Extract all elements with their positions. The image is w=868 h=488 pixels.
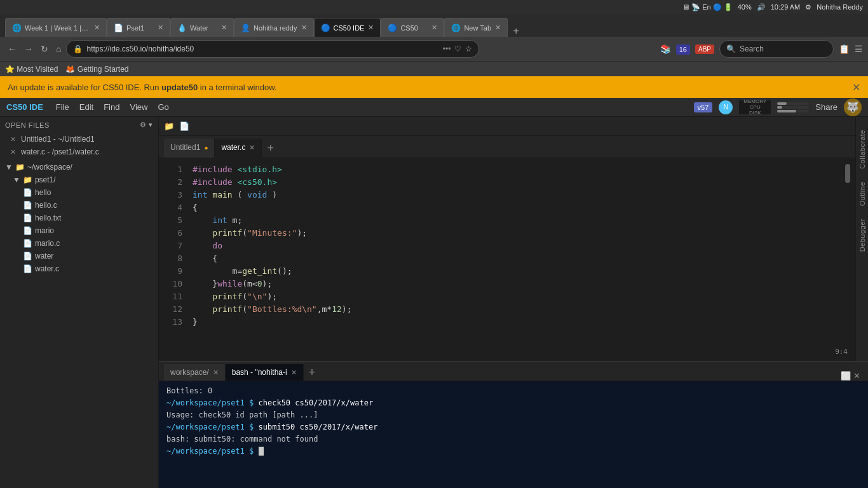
menu-view[interactable]: View: [130, 102, 147, 112]
bookmark-icon[interactable]: ♡: [454, 44, 461, 53]
editor-tab-waterc[interactable]: water.c ✕: [215, 139, 262, 158]
menu-find[interactable]: Find: [104, 102, 119, 112]
tree-item-pset1[interactable]: ▼ 📁 pset1/: [0, 173, 158, 186]
username: Nohitha Reddy: [817, 3, 863, 11]
ide-container: CS50 IDE File Edit Find View Go v57 N ME…: [0, 98, 868, 488]
nav-right-section: 📚 16 ABP 🔍 Search 📋 ☰: [660, 40, 863, 58]
right-edge-tabs: Collaborate Outline Debugger: [855, 117, 868, 361]
tree-item-workspace[interactable]: ▼ 📁 ~/workspace/: [0, 161, 158, 173]
battery-status: 40%: [738, 3, 752, 11]
tab7-title: New Tab: [464, 24, 491, 32]
home-button[interactable]: ⌂: [53, 41, 64, 57]
tree-item-waterc[interactable]: 📄 water.c: [0, 262, 158, 275]
editor-with-sidebar: 📁 📄 Untitled1 ● water.c ✕ +: [159, 117, 868, 361]
update-notification-bar: An update is available for CS50 IDE. Run…: [0, 76, 868, 98]
tree-item-helloc[interactable]: 📄 hello.c: [0, 199, 158, 212]
terminal-container: workspace/ ✕ bash - "nohitha-i ✕ + ⬜ ✕: [159, 361, 868, 488]
scrollbar-thumb[interactable]: [845, 164, 850, 183]
update-command: update50: [161, 83, 198, 92]
tab6-close[interactable]: ✕: [431, 24, 437, 32]
editor-content[interactable]: 1 2 3 4 5 6 7 8 9 10 11 12 13: [159, 158, 855, 361]
code-line-1: #include <stdio.h>: [193, 163, 840, 176]
terminal-workspace-label: workspace/: [170, 368, 209, 377]
debugger-tab[interactable]: Debugger: [856, 212, 869, 258]
system-bar: 🖥 📡 En 🔵 🔋 40% 🔊 10:29 AM ⚙ Nohitha Redd…: [0, 0, 868, 14]
star-icon[interactable]: ☆: [465, 44, 472, 53]
tab2-close[interactable]: ✕: [158, 24, 163, 32]
close-bash-tab-icon[interactable]: ✕: [291, 369, 297, 377]
tab2-title: Pset1: [126, 24, 154, 32]
menu-go[interactable]: Go: [158, 102, 168, 112]
terminal-tab-bash[interactable]: bash - "nohitha-i ✕: [226, 364, 304, 381]
bookmark-getting-started[interactable]: 🦊 Getting Started: [65, 65, 128, 74]
terminal-content[interactable]: Bottles: 0 ~/workspace/pset1 $ check50 c…: [159, 381, 868, 488]
tree-pset1-label: pset1/: [35, 175, 56, 184]
tree-item-hello[interactable]: 📄 hello: [0, 186, 158, 199]
tree-item-hellotxt[interactable]: 📄 hello.txt: [0, 212, 158, 224]
library-icon[interactable]: 📚: [660, 44, 671, 54]
close-untitled1-icon[interactable]: ✕: [10, 135, 16, 144]
terminal-maximize-button[interactable]: ⬜: [841, 371, 851, 381]
cursor-position: 9:4: [835, 346, 848, 358]
file-icon-mario: 📄: [23, 226, 32, 235]
back-button[interactable]: ←: [5, 41, 19, 57]
tab3-close[interactable]: ✕: [221, 24, 227, 32]
sidebar-toggle-icon[interactable]: 📋: [839, 44, 850, 54]
browser-tab-5[interactable]: 🔵 CS50 IDE ✕: [314, 18, 381, 37]
outline-tab[interactable]: Outline: [856, 175, 869, 212]
close-waterc-tab-icon[interactable]: ✕: [249, 144, 255, 152]
terminal-line-cursor: ~/workspace/pset1 $: [166, 445, 860, 458]
tab1-close[interactable]: ✕: [94, 24, 100, 32]
code-line-8: {: [193, 252, 840, 265]
reload-button[interactable]: ↻: [38, 41, 51, 57]
share-button[interactable]: Share: [815, 102, 837, 112]
add-terminal-tab-button[interactable]: +: [304, 364, 321, 381]
tree-item-water[interactable]: 📄 water: [0, 250, 158, 262]
bookmark-most-visited[interactable]: ⭐ Most Visited: [5, 65, 58, 74]
forward-button[interactable]: →: [22, 41, 36, 57]
browser-tab-1[interactable]: 🌐 Week 1 | Week 1 | CS... ✕: [5, 18, 107, 37]
tab4-close[interactable]: ✕: [301, 24, 307, 32]
tree-item-marioc[interactable]: 📄 mario.c: [0, 237, 158, 250]
add-editor-tab-button[interactable]: +: [262, 139, 279, 158]
menu-icon[interactable]: ☰: [855, 44, 863, 54]
close-workspace-tab-icon[interactable]: ✕: [213, 369, 219, 377]
url-bar[interactable]: 🔒 https://ide.cs50.io/nohitha/ide50 ••• …: [66, 40, 479, 58]
terminal-tab-workspace[interactable]: workspace/ ✕: [164, 364, 226, 381]
search-icon: 🔍: [726, 44, 736, 53]
browser-tabs-bar: 🌐 Week 1 | Week 1 | CS... ✕ 📄 Pset1 ✕ 💧 …: [0, 14, 868, 37]
tab7-close[interactable]: ✕: [495, 24, 501, 32]
url-text: https://ide.cs50.io/nohitha/ide50: [86, 44, 438, 53]
open-file-untitled1[interactable]: ✕ Untitled1 - ~/Untitled1: [0, 133, 158, 146]
browser-tab-7[interactable]: 🌐 New Tab ✕: [444, 18, 508, 37]
browser-tab-2[interactable]: 📄 Pset1 ✕: [107, 18, 170, 37]
line-num-6: 6: [159, 227, 182, 240]
tab7-favicon: 🌐: [451, 24, 460, 32]
browser-tab-6[interactable]: 🔵 CS50 ✕: [381, 18, 444, 37]
editor-tab-untitled1[interactable]: Untitled1 ●: [164, 139, 215, 158]
account-icon[interactable]: 16: [676, 44, 690, 55]
line-num-10: 10: [159, 278, 182, 290]
browser-tab-4[interactable]: 👤 Nohitha reddy ✕: [234, 18, 314, 37]
tree-item-mario[interactable]: 📄 mario: [0, 224, 158, 237]
new-tab-button[interactable]: +: [508, 25, 524, 37]
open-file-waterc[interactable]: ✕ water.c - /pset1/water.c: [0, 146, 158, 158]
browser-tab-3[interactable]: 💧 Water ✕: [170, 18, 234, 37]
menu-edit[interactable]: Edit: [79, 102, 93, 112]
code-line-9: m=get_int();: [193, 265, 840, 278]
close-waterc-icon[interactable]: ✕: [10, 148, 16, 156]
editor-scrollbar[interactable]: 9:4: [845, 158, 855, 361]
file-icon-marioc: 📄: [23, 239, 32, 248]
code-editor-text[interactable]: #include <stdio.h> #include <cs50.h> int…: [187, 158, 845, 361]
menu-file[interactable]: File: [56, 102, 69, 112]
collaborate-tab[interactable]: Collaborate: [856, 123, 869, 175]
tab5-close[interactable]: ✕: [368, 24, 374, 32]
code-line-12: printf("Bottles:%d\n",m*12);: [193, 303, 840, 316]
tree-mario-label: mario: [35, 226, 54, 235]
adblock-icon[interactable]: ABP: [695, 44, 714, 54]
search-box[interactable]: 🔍 Search: [719, 40, 834, 58]
file-panel-settings-icon[interactable]: ⚙ ▾: [140, 121, 153, 129]
update-close-button[interactable]: ✕: [852, 81, 860, 93]
terminal-close-button[interactable]: ✕: [853, 371, 860, 381]
editor-breadcrumb-bar: 📁 📄: [159, 117, 855, 136]
